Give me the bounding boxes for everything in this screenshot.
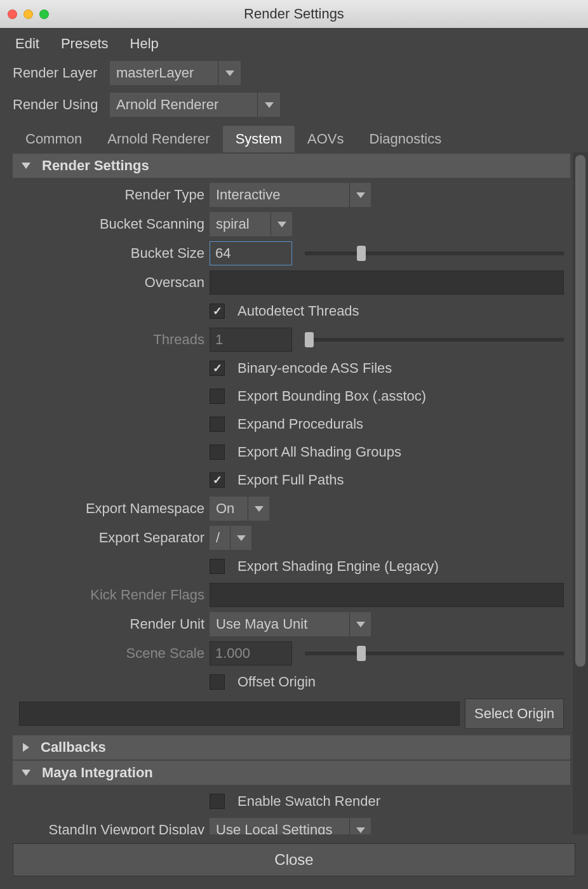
export-shading-legacy-row: Export Shading Engine (Legacy) — [13, 552, 570, 580]
render-using-row: Render Using Arnold Renderer — [13, 93, 575, 117]
bucket-scanning-value: spiral — [210, 212, 271, 236]
offset-origin-checkbox[interactable] — [210, 674, 225, 690]
export-namespace-label: Export Namespace — [13, 500, 210, 517]
chevron-down-icon — [230, 526, 251, 550]
scene-scale-slider — [305, 652, 564, 655]
standin-viewport-select[interactable]: Use Local Settings — [210, 818, 371, 834]
close-button[interactable]: Close — [13, 843, 575, 876]
render-unit-value: Use Maya Unit — [210, 612, 349, 636]
chevron-down-icon — [271, 212, 292, 236]
render-unit-label: Render Unit — [13, 616, 210, 632]
binary-encode-checkbox[interactable] — [210, 361, 225, 376]
disclosure-triangle-icon — [23, 743, 29, 752]
menu-presets[interactable]: Presets — [61, 36, 109, 52]
enable-swatch-checkbox[interactable] — [210, 794, 225, 809]
bucket-size-slider[interactable] — [305, 251, 564, 255]
export-all-shading-label: Export All Shading Groups — [237, 444, 401, 460]
render-layer-dropdown[interactable]: masterLayer — [110, 61, 241, 85]
bucket-scanning-select[interactable]: spiral — [210, 212, 292, 236]
threads-slider — [305, 338, 564, 342]
slider-thumb — [305, 332, 314, 347]
section-maya-integration-title: Maya Integration — [42, 765, 153, 781]
offset-origin-label: Offset Origin — [237, 674, 316, 690]
top-controls: Render Layer masterLayer Render Using Ar… — [0, 58, 588, 126]
section-render-settings-title: Render Settings — [42, 157, 149, 174]
export-namespace-value: On — [210, 497, 248, 521]
bucket-scanning-label: Bucket Scanning — [13, 216, 210, 232]
export-separator-label: Export Separator — [13, 530, 210, 546]
chevron-down-icon — [218, 61, 241, 85]
export-bbox-checkbox[interactable] — [210, 389, 225, 404]
standin-viewport-label: StandIn Viewport Display — [13, 822, 210, 834]
window-title: Render Settings — [0, 6, 588, 22]
export-shading-legacy-label: Export Shading Engine (Legacy) — [237, 558, 439, 575]
chevron-down-icon — [349, 183, 371, 207]
chevron-down-icon — [349, 612, 371, 636]
threads-row: Threads 1 — [13, 325, 570, 354]
expand-procedurals-label: Expand Procedurals — [237, 416, 363, 432]
chevron-down-icon — [349, 818, 371, 834]
section-maya-integration-header[interactable]: Maya Integration — [13, 761, 570, 785]
export-bbox-label: Export Bounding Box (.asstoc) — [237, 388, 426, 404]
render-settings-window: Render Settings Edit Presets Help Render… — [0, 0, 588, 889]
render-layer-label: Render Layer — [13, 65, 105, 81]
content-wrap: Render Settings Render Type Interactive … — [0, 152, 588, 834]
chevron-down-icon — [248, 497, 269, 521]
tab-common[interactable]: Common — [13, 126, 95, 152]
threads-label: Threads — [13, 331, 210, 348]
autodetect-threads-checkbox[interactable] — [210, 304, 225, 319]
section-render-settings-header[interactable]: Render Settings — [13, 154, 570, 178]
tab-arnold-renderer[interactable]: Arnold Renderer — [95, 126, 222, 152]
export-bbox-row: Export Bounding Box (.asstoc) — [13, 382, 570, 410]
kick-render-flags-row: Kick Render Flags — [13, 580, 570, 610]
expand-procedurals-checkbox[interactable] — [210, 417, 225, 432]
offset-origin-row: Offset Origin — [13, 668, 570, 696]
render-unit-select[interactable]: Use Maya Unit — [210, 612, 371, 636]
export-full-paths-checkbox[interactable] — [210, 472, 225, 488]
render-type-row: Render Type Interactive — [13, 180, 570, 210]
export-full-paths-row: Export Full Paths — [13, 466, 570, 494]
tab-aovs[interactable]: AOVs — [295, 126, 356, 152]
scrollbar-thumb[interactable] — [575, 155, 585, 667]
enable-swatch-label: Enable Swatch Render — [237, 793, 380, 810]
scene-scale-row: Scene Scale 1.000 — [13, 639, 570, 668]
standin-viewport-value: Use Local Settings — [210, 818, 349, 834]
expand-procedurals-row: Expand Procedurals — [13, 410, 570, 438]
vertical-scrollbar[interactable] — [573, 152, 588, 834]
section-callbacks-header[interactable]: Callbacks — [13, 735, 570, 759]
export-namespace-row: Export Namespace On — [13, 494, 570, 523]
export-shading-legacy-checkbox[interactable] — [210, 559, 225, 574]
menubar: Edit Presets Help — [0, 28, 588, 58]
render-type-select[interactable]: Interactive — [210, 183, 371, 207]
render-layer-value: masterLayer — [110, 61, 218, 85]
bucket-size-input[interactable]: 64 — [210, 241, 292, 265]
render-using-dropdown[interactable]: Arnold Renderer — [110, 93, 280, 117]
menu-edit[interactable]: Edit — [15, 36, 39, 52]
origin-path-input[interactable] — [19, 702, 460, 726]
binary-encode-row: Binary-encode ASS Files — [13, 354, 570, 382]
content: Render Settings Render Type Interactive … — [13, 152, 573, 834]
export-separator-value: / — [210, 526, 230, 550]
tab-diagnostics[interactable]: Diagnostics — [357, 126, 455, 152]
select-origin-button[interactable]: Select Origin — [465, 698, 564, 729]
bucket-size-label: Bucket Size — [13, 245, 210, 262]
menu-help[interactable]: Help — [130, 36, 159, 52]
export-separator-select[interactable]: / — [210, 526, 251, 550]
overscan-input[interactable] — [210, 271, 564, 295]
export-separator-row: Export Separator / — [13, 523, 570, 552]
export-all-shading-checkbox[interactable] — [210, 444, 225, 460]
export-all-shading-row: Export All Shading Groups — [13, 438, 570, 466]
kick-render-flags-label: Kick Render Flags — [13, 587, 210, 603]
export-namespace-select[interactable]: On — [210, 497, 269, 521]
render-unit-row: Render Unit Use Maya Unit — [13, 610, 570, 639]
bucket-size-row: Bucket Size 64 — [13, 239, 570, 268]
kick-render-flags-input[interactable] — [210, 583, 564, 607]
slider-thumb — [357, 646, 366, 661]
select-origin-row: Select Origin — [13, 696, 570, 732]
render-type-value: Interactive — [210, 183, 349, 207]
render-type-label: Render Type — [13, 187, 210, 203]
binary-encode-label: Binary-encode ASS Files — [237, 360, 392, 377]
tab-system[interactable]: System — [223, 126, 295, 152]
disclosure-triangle-icon — [22, 163, 30, 169]
slider-thumb[interactable] — [357, 246, 366, 261]
